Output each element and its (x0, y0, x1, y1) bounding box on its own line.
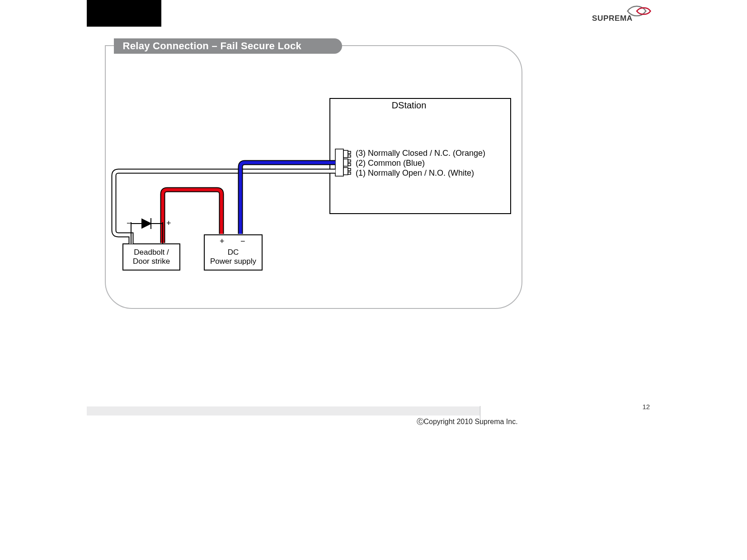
page-number: 12 (643, 403, 650, 411)
svg-rect-7 (348, 163, 351, 166)
slide-title: Relay Connection – Fail Secure Lock (114, 38, 342, 54)
psu-label-1: DC (227, 248, 239, 257)
relay-pin-2-label: (2) Common (Blue) (356, 159, 425, 168)
svg-rect-9 (348, 172, 351, 174)
psu-pos-label: + (220, 237, 225, 246)
wire-normally-open (114, 171, 335, 244)
svg-rect-3 (343, 168, 348, 175)
dstation-label: DStation (391, 100, 426, 110)
psu-label-2: Power supply (210, 257, 256, 266)
header-banner (87, 0, 661, 27)
wiring-diagram: DStation (3) Normally Closed / N.C. (Ora… (105, 54, 530, 307)
deadbolt-neg-label: − (127, 219, 132, 228)
brand-text: SUPREMA (592, 14, 633, 23)
psu-neg-label: − (240, 237, 245, 246)
copyright-text: ⒸCopyright 2010 Suprema Inc. (417, 417, 518, 427)
relay-pin-3-label: (3) Normally Closed / N.C. (Orange) (356, 149, 485, 158)
deadbolt-label-1: Deadbolt / (134, 248, 169, 257)
diode-icon (136, 218, 157, 229)
svg-rect-0 (335, 149, 343, 176)
svg-rect-8 (348, 168, 351, 171)
svg-marker-12 (142, 219, 151, 228)
deadbolt-pos-label: + (166, 219, 171, 228)
header-black-block (87, 0, 161, 27)
footer-grey-strip (87, 406, 480, 415)
svg-rect-1 (343, 150, 348, 158)
svg-rect-2 (343, 159, 348, 166)
svg-rect-4 (348, 151, 351, 154)
svg-rect-5 (348, 155, 351, 157)
relay-pin-1-label: (1) Normally Open / N.O. (White) (356, 168, 474, 177)
svg-rect-6 (348, 160, 351, 162)
deadbolt-label-2: Door strike (132, 257, 169, 266)
brand-logo: SUPREMA (592, 3, 652, 23)
